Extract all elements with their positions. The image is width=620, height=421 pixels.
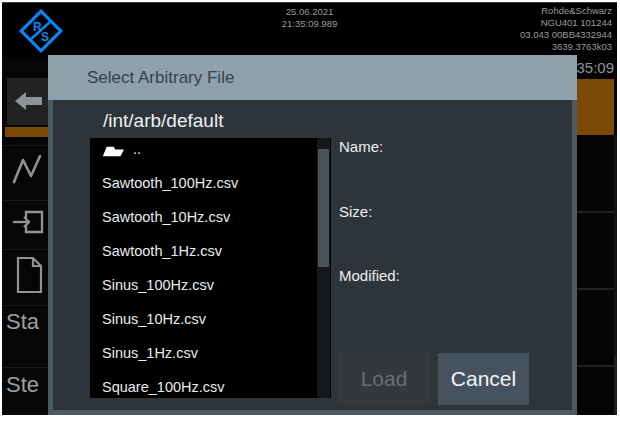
- modified-label: Modified:: [339, 267, 400, 284]
- cancel-button[interactable]: Cancel: [438, 353, 529, 405]
- list-item-label: Sawtooth_1Hz.csv: [102, 243, 222, 259]
- list-item-label: Sawtooth_100Hz.csv: [102, 175, 238, 191]
- list-item-label: Sinus_10Hz.csv: [102, 311, 206, 327]
- back-arrow-icon: [13, 90, 43, 112]
- load-button[interactable]: Load: [338, 353, 430, 405]
- import-menu-button[interactable]: [11, 205, 45, 243]
- scrollbar-thumb[interactable]: [318, 149, 329, 267]
- device-firmware: 03.043 00BB4332944: [520, 29, 612, 41]
- list-item[interactable]: Sawtooth_10Hz.csv: [90, 200, 331, 234]
- device-model: NGU401 101244: [520, 17, 612, 29]
- sidebar-label-step[interactable]: Ste: [6, 372, 39, 398]
- import-icon: [11, 205, 45, 239]
- list-item-label: Sinus_100Hz.csv: [102, 277, 214, 293]
- list-item-label: ..: [133, 141, 141, 157]
- select-arbitrary-file-dialog: Select Arbitrary File /int/arb/default .…: [48, 55, 577, 415]
- dialog-body: /int/arb/default .. Sawtooth_100Hz.csv S…: [48, 100, 577, 415]
- sidebar-label-start[interactable]: Sta: [6, 309, 39, 335]
- list-item[interactable]: Sawtooth_1Hz.csv: [90, 234, 331, 268]
- list-item[interactable]: Sinus_1Hz.csv: [90, 336, 331, 370]
- back-button[interactable]: [7, 78, 48, 125]
- file-list-scrollbar[interactable]: [317, 138, 330, 398]
- active-tab-accent-bar: [5, 127, 48, 137]
- right-edge-strip-lower: [614, 357, 617, 415]
- list-item-label: Square_100Hz.csv: [102, 379, 225, 395]
- list-item[interactable]: Square_100Hz.csv: [90, 370, 331, 398]
- screenshot-canvas: R S 25.06.2021 21:35:09.989 Rohde&Schwar…: [0, 0, 620, 421]
- list-item[interactable]: Sinus_100Hz.csv: [90, 268, 331, 302]
- clock-fragment-text: 35:09: [576, 59, 614, 76]
- list-item[interactable]: Sinus_10Hz.csv: [90, 302, 331, 336]
- file-list[interactable]: .. Sawtooth_100Hz.csv Sawtooth_10Hz.csv …: [90, 138, 331, 398]
- device-brand: Rohde&Schwarz: [520, 5, 612, 17]
- file-menu-button[interactable]: [11, 253, 45, 301]
- name-label: Name:: [339, 138, 383, 155]
- orange-status-block: [577, 79, 614, 135]
- svg-text:S: S: [41, 30, 49, 44]
- waveform-menu-button[interactable]: [11, 149, 43, 191]
- dialog-title: Select Arbitrary File: [48, 55, 577, 100]
- size-label: Size:: [339, 203, 372, 220]
- list-item-label: Sawtooth_10Hz.csv: [102, 209, 230, 225]
- device-material: 3639.3763k03: [520, 41, 612, 53]
- list-item-parent-folder[interactable]: ..: [90, 138, 331, 166]
- right-background-column: 35:09: [577, 57, 617, 415]
- device-info-block: Rohde&Schwarz NGU401 101244 03.043 00BB4…: [520, 5, 612, 53]
- folder-icon: [102, 142, 124, 158]
- list-item[interactable]: Sawtooth_100Hz.csv: [90, 166, 331, 200]
- top-status-bar: R S 25.06.2021 21:35:09.989 Rohde&Schwar…: [2, 3, 617, 57]
- instrument-screen: R S 25.06.2021 21:35:09.989 Rohde&Schwar…: [2, 2, 617, 415]
- waveform-icon: [11, 149, 43, 187]
- current-path: /int/arb/default: [103, 110, 223, 132]
- left-sidebar: Sta Ste: [2, 57, 48, 415]
- list-item-label: Sinus_1Hz.csv: [102, 345, 198, 361]
- document-icon: [11, 253, 45, 297]
